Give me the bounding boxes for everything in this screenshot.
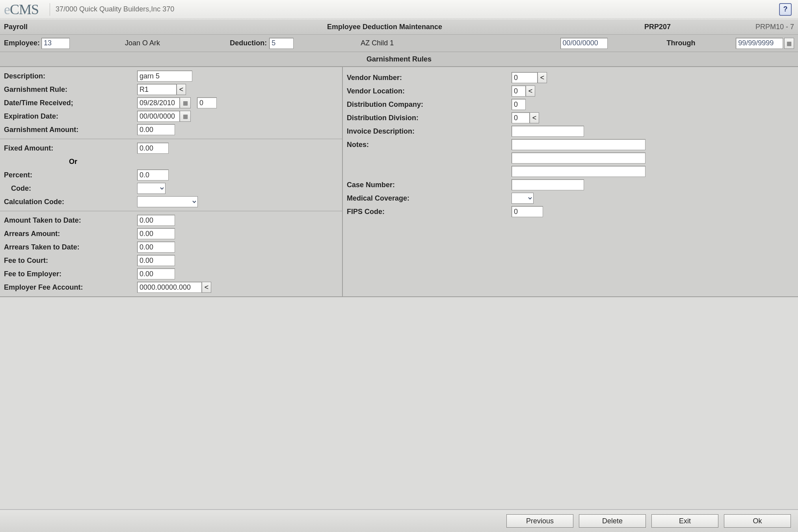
program-ref: PRPM10 - 7 [731, 23, 794, 31]
logo-e: e [4, 2, 10, 17]
dist-division-input[interactable] [512, 112, 530, 123]
dist-division-label: Distribution Division: [347, 114, 508, 122]
vendor-location-lookup-button[interactable]: < [526, 86, 535, 97]
fixed-amount-label: Fixed Amount: [4, 144, 134, 153]
footer: Previous Delete Exit Ok [0, 509, 798, 532]
code-label: Code: [4, 184, 134, 193]
calc-code-select[interactable] [137, 196, 198, 207]
help-button[interactable]: ? [779, 3, 792, 16]
expiration-date-label: Expiration Date: [4, 112, 134, 121]
through-label: Through [667, 39, 709, 47]
notes-input-3[interactable] [512, 166, 645, 177]
notes-label: Notes: [347, 141, 508, 149]
dist-division-lookup-button[interactable]: < [530, 112, 539, 123]
description-label: Description: [4, 72, 134, 80]
or-label: Or [4, 158, 134, 166]
employer-fee-account-lookup-button[interactable]: < [202, 282, 211, 293]
notes-input-1[interactable] [512, 139, 645, 150]
section-header: Garnishment Rules [0, 52, 798, 67]
form-right-column: Vendor Number: < Vendor Location: < Dist… [343, 67, 798, 296]
calc-code-label: Calculation Code: [4, 198, 134, 206]
delete-button[interactable]: Delete [579, 514, 646, 528]
invoice-desc-input[interactable] [512, 126, 584, 137]
dist-company-input[interactable] [512, 99, 526, 110]
case-number-label: Case Number: [347, 181, 508, 189]
employer-fee-account-input[interactable] [137, 282, 202, 293]
date-time-received-label: Date/Time Received; [4, 99, 134, 107]
code-select[interactable] [137, 183, 166, 194]
fee-court-label: Fee to Court: [4, 257, 134, 265]
vendor-location-input[interactable] [512, 86, 526, 97]
app-logo: eCMS [4, 1, 39, 18]
fee-employer-label: Fee to Employer: [4, 270, 134, 278]
chevron-left-icon: < [205, 283, 209, 292]
help-icon: ? [783, 5, 788, 13]
chevron-left-icon: < [528, 87, 533, 95]
vendor-number-input[interactable] [512, 72, 538, 83]
exit-button[interactable]: Exit [651, 514, 718, 528]
fee-employer-input[interactable] [137, 268, 175, 279]
employer-fee-account-label: Employer Fee Account: [4, 283, 134, 292]
arrears-taken-input[interactable] [137, 242, 175, 253]
chevron-left-icon: < [540, 74, 545, 82]
logo-divider [50, 3, 50, 16]
invoice-desc-label: Invoice Description: [347, 127, 508, 136]
dist-company-label: Distribution Company: [347, 100, 508, 109]
vendor-number-lookup-button[interactable]: < [538, 72, 547, 83]
medical-coverage-label: Medical Coverage: [347, 194, 508, 203]
fips-code-input[interactable] [512, 206, 543, 217]
percent-input[interactable] [137, 169, 169, 180]
notes-input-2[interactable] [512, 153, 645, 164]
titlebar: Payroll Employee Deduction Maintenance P… [0, 19, 798, 35]
garnishment-amount-label: Garnishment Amount: [4, 126, 134, 134]
previous-button[interactable]: Previous [506, 514, 573, 528]
garnishment-rule-lookup-button[interactable]: < [177, 84, 186, 95]
fips-code-label: FIPS Code: [347, 208, 508, 216]
date-time-received-input[interactable] [137, 97, 180, 108]
date-to-input[interactable] [736, 38, 783, 49]
expiration-date-input[interactable] [137, 111, 180, 122]
deduction-name: AZ Child 1 [361, 39, 458, 47]
company-info: 37/000 Quick Quality Builders,Inc 370 [56, 5, 174, 13]
employee-label: Employee: [4, 39, 40, 47]
date-from-input[interactable] [560, 38, 608, 49]
logo-rest: CMS [10, 2, 39, 17]
fixed-amount-input[interactable] [137, 143, 169, 154]
header-row: Employee: Joan O Ark Deduction: AZ Child… [0, 35, 798, 52]
vendor-number-label: Vendor Number: [347, 74, 508, 82]
chevron-left-icon: < [179, 86, 184, 94]
deduction-label: Deduction: [230, 39, 267, 47]
arrears-taken-label: Arrears Taken to Date: [4, 243, 134, 251]
expiration-date-calendar-icon[interactable]: ▦ [180, 111, 191, 122]
date-time-received-time-input[interactable] [197, 97, 217, 108]
form-left-column: Description: Garnishment Rule: < Date/Ti… [0, 67, 343, 296]
arrears-amount-label: Arrears Amount: [4, 230, 134, 238]
date-time-received-calendar-icon[interactable]: ▦ [180, 97, 191, 108]
vendor-location-label: Vendor Location: [347, 87, 508, 95]
medical-coverage-select[interactable] [512, 193, 534, 204]
chevron-left-icon: < [532, 114, 537, 122]
page-title: Employee Deduction Maintenance [327, 23, 644, 31]
employee-input[interactable] [41, 38, 70, 49]
app-topbar: eCMS 37/000 Quick Quality Builders,Inc 3… [0, 0, 798, 19]
garnishment-rule-label: Garnishment Rule: [4, 86, 134, 94]
employee-name: Joan O Ark [125, 39, 222, 47]
amount-taken-label: Amount Taken to Date: [4, 216, 134, 225]
fee-court-input[interactable] [137, 255, 175, 266]
deduction-input[interactable] [269, 38, 294, 49]
program-code: PRP207 [644, 23, 731, 31]
ok-button[interactable]: Ok [724, 514, 791, 528]
percent-label: Percent: [4, 171, 134, 179]
garnishment-amount-input[interactable] [137, 124, 175, 135]
description-input[interactable] [137, 71, 192, 82]
case-number-input[interactable] [512, 179, 584, 190]
calendar-icon[interactable]: ▦ [784, 38, 794, 49]
arrears-amount-input[interactable] [137, 228, 175, 239]
amount-taken-input[interactable] [137, 215, 175, 226]
form-area: Description: Garnishment Rule: < Date/Ti… [0, 67, 798, 297]
garnishment-rule-input[interactable] [137, 84, 177, 95]
module-name: Payroll [4, 23, 327, 31]
